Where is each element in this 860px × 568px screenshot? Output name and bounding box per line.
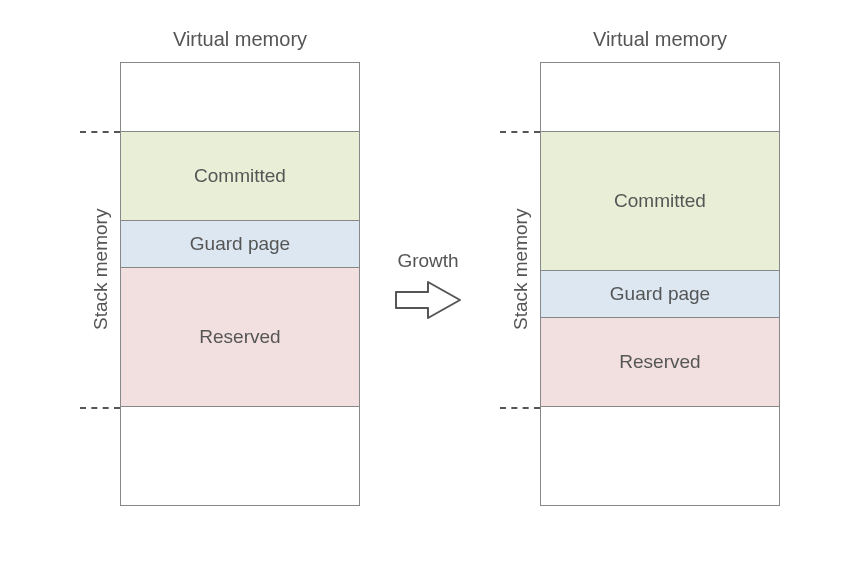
growth-arrow: Growth (392, 250, 464, 322)
left-bracket-top (80, 131, 120, 133)
seg-label: Committed (614, 190, 706, 212)
right-title: Virtual memory (540, 28, 780, 51)
right-bracket-top (500, 131, 540, 133)
svg-marker-0 (396, 282, 460, 318)
left-column: Committed Guard page Reserved (120, 62, 360, 506)
arrow-right-icon (392, 278, 464, 322)
seg-label: Reserved (619, 351, 700, 373)
left-side-label: Stack memory (90, 209, 112, 330)
seg-label: Reserved (199, 326, 280, 348)
right-seg-guard: Guard page (540, 270, 780, 318)
seg-label: Guard page (190, 233, 290, 255)
right-seg-reserved: Reserved (540, 317, 780, 407)
left-seg-bottom-blank (120, 406, 360, 506)
left-seg-top-blank (120, 62, 360, 132)
growth-label: Growth (397, 250, 458, 272)
left-bracket-bottom (80, 407, 120, 409)
right-side-label: Stack memory (510, 209, 532, 330)
right-bracket-bottom (500, 407, 540, 409)
diagram-canvas: Virtual memory Virtual memory Committed … (0, 0, 860, 568)
left-seg-guard: Guard page (120, 220, 360, 268)
left-seg-committed: Committed (120, 131, 360, 221)
left-title: Virtual memory (120, 28, 360, 51)
right-column: Committed Guard page Reserved (540, 62, 780, 506)
left-seg-reserved: Reserved (120, 267, 360, 407)
right-seg-top-blank (540, 62, 780, 132)
right-seg-bottom-blank (540, 406, 780, 506)
seg-label: Committed (194, 165, 286, 187)
seg-label: Guard page (610, 283, 710, 305)
right-seg-committed: Committed (540, 131, 780, 271)
